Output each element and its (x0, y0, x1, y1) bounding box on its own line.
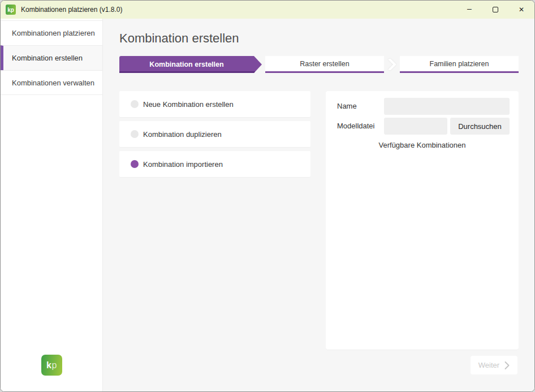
weiter-button[interactable]: Weiter (471, 356, 517, 374)
wizard-steps: Kombination erstellen Raster erstellen F… (119, 56, 519, 73)
radio-icon (131, 130, 139, 138)
name-label: Name (337, 98, 357, 115)
titlebar-controls: – ✕ (456, 1, 534, 19)
wizard-step-underline (119, 71, 255, 73)
wizard-step-familien-platzieren[interactable]: Familien platzieren (400, 56, 519, 73)
option-kombination-importieren[interactable]: Kombination importieren (119, 151, 310, 177)
option-list: Neue Kombination erstellen Kombination d… (119, 91, 310, 181)
maximize-icon (493, 7, 498, 12)
form-panel: Name Modelldatei Durchsuchen Verfügbare … (326, 91, 519, 350)
chevron-right-icon (504, 361, 510, 369)
kp-logo-p: p (52, 360, 57, 371)
radio-selected-icon (131, 160, 139, 168)
sidebar-nav: Kombinationen platzieren Kombination ers… (1, 20, 102, 95)
sidebar-item-label: Kombinationen platzieren (12, 29, 95, 37)
modelldatei-label: Modelldatei (337, 118, 375, 135)
sidebar: Kombinationen platzieren Kombination ers… (1, 19, 103, 391)
minimize-button[interactable]: – (456, 1, 482, 19)
option-label: Neue Kombination erstellen (143, 100, 234, 109)
modelldatei-input[interactable] (384, 118, 447, 135)
option-neue-kombination-erstellen[interactable]: Neue Kombination erstellen (119, 91, 310, 117)
main-content: Kombination erstellen Kombination erstel… (103, 19, 534, 391)
kp-logo: kp (41, 355, 62, 376)
app-icon: kp (6, 5, 16, 15)
close-button[interactable]: ✕ (508, 1, 534, 19)
page-title: Kombination erstellen (119, 31, 239, 46)
kp-logo-k: k (46, 360, 51, 371)
sidebar-item-kombination-erstellen[interactable]: Kombination erstellen (1, 45, 102, 70)
wizard-step-separator (384, 56, 400, 73)
titlebar: kp Kombinationen platzieren (v1.8.0) – ✕ (1, 1, 534, 19)
app-window: kp Kombinationen platzieren (v1.8.0) – ✕… (0, 0, 535, 392)
wizard-step-label: Familien platzieren (430, 60, 489, 68)
sidebar-item-kombinationen-platzieren[interactable]: Kombinationen platzieren (1, 20, 102, 45)
wizard-step-label: Kombination erstellen (149, 61, 223, 68)
option-label: Kombination importieren (143, 160, 223, 169)
weiter-button-label: Weiter (478, 361, 499, 369)
chevron-right-icon (389, 59, 396, 70)
maximize-button[interactable] (482, 1, 508, 19)
sidebar-item-label: Kombination erstellen (12, 54, 83, 62)
wizard-step-kombination-erstellen[interactable]: Kombination erstellen (119, 56, 262, 73)
wizard-step-raster-erstellen[interactable]: Raster erstellen (265, 56, 384, 73)
minimize-icon: – (467, 5, 472, 12)
wizard-step-label: Raster erstellen (300, 60, 350, 68)
name-input[interactable] (384, 98, 510, 115)
sidebar-item-kombinationen-verwalten[interactable]: Kombinationen verwalten (1, 70, 102, 95)
radio-icon (131, 100, 139, 108)
sidebar-item-label: Kombinationen verwalten (12, 79, 94, 87)
option-kombination-duplizieren[interactable]: Kombination duplizieren (119, 121, 310, 147)
option-label: Kombination duplizieren (143, 130, 222, 139)
close-icon: ✕ (519, 6, 524, 13)
browse-button[interactable]: Durchsuchen (450, 118, 510, 135)
available-combinations-heading: Verfügbare Kombinationen (326, 141, 519, 149)
window-title: Kombinationen platzieren (v1.8.0) (21, 6, 122, 14)
